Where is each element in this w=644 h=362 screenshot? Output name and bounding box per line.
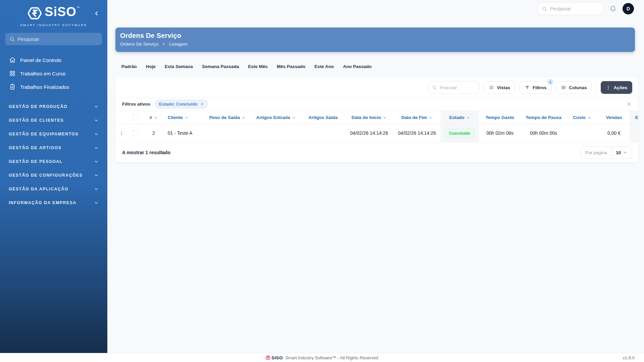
column-header-data-de-inicio[interactable]: Data de Início [345,111,393,124]
quick-filters: Padrão Hoje Esta Semana Semana Passada E… [121,64,644,69]
cell-vendas: 0,00 € [598,124,630,142]
sidebar-collapse-button[interactable] [93,9,101,17]
row-checkbox-cell [127,124,144,142]
app-footer: SISO Smart Industry Software™ - All Righ… [0,353,644,362]
sidebar-item-trabalhos-finalizados[interactable]: Trabalhos Finalizados [0,80,107,94]
user-avatar[interactable]: D [623,3,634,14]
sidebar-logo[interactable]: SiSO™ SMART INDUSTRY SOFTWARE [0,0,107,27]
search-icon [432,85,437,90]
cell-custo [566,124,598,142]
chevron-down-icon [429,116,433,120]
row-checkbox[interactable] [132,130,139,136]
breadcrumb-item[interactable]: Ordens De Serviço [120,42,158,47]
sidebar-item-painel-de-controlo[interactable]: Painel de Controlo [0,53,107,67]
section-label: GESTÃO DE CONFIGURAÇÕES [9,173,83,178]
sidebar-section-informacao-da-empresa[interactable]: INFORMAÇÃO DA EMPRESA [0,197,107,208]
chevron-down-icon [184,116,189,120]
quick-filter-este-mes[interactable]: Este Mês [248,64,268,69]
notifications-bell-icon[interactable] [609,5,616,12]
global-search-input[interactable] [550,6,599,11]
clipboard-check-icon [9,83,16,90]
column-header-custo[interactable]: Custo [566,111,598,124]
page-header-banner: Ordens De Serviço Ordens De Serviço List… [115,27,635,52]
sidebar-section-gestao-de-clientes[interactable]: GESTÃO DE CLIENTES [0,115,107,126]
column-header-tempo-de-pausa[interactable]: Tempo de Pausa [521,111,566,124]
results-summary: A mostrar 1 resultado [122,150,170,155]
cell-artigos-entrada [251,124,301,142]
column-header-entregue[interactable]: Entregue [630,111,638,124]
chevron-down-icon [94,187,99,191]
column-label: Vendas [606,115,622,120]
sidebar-section-gestao-de-configuracoes[interactable]: GESTÃO DE CONFIGURAÇÕES [0,170,107,181]
quick-filter-ano-passado[interactable]: Ano Passado [343,64,372,69]
column-header-tempo-gasto[interactable]: Tempo Gasto [479,111,521,124]
section-label: GESTÃO DE ARTIGOS [9,145,61,150]
page-title: Ordens De Serviço [120,32,629,40]
select-all-checkbox[interactable] [132,114,139,120]
column-header-estado[interactable]: Estado [440,111,479,124]
quick-filter-padrao[interactable]: Padrão [121,64,137,69]
filter-chip-estado-concluido[interactable]: Estado: Concluído [155,100,208,109]
cell-tempo-de-pausa: 00h 00m 00s [521,124,566,142]
column-label: Tempo Gasto [486,115,514,120]
quick-filter-mes-passado[interactable]: Mês Passado [277,64,306,69]
chevron-down-icon [94,132,99,136]
column-label: Entregue [635,115,638,120]
sidebar-section-gestao-de-producao[interactable]: GESTÃO DE PRODUÇÃO [0,101,107,112]
search-icon [542,6,547,12]
column-header-cliente[interactable]: Cliente [164,111,204,124]
sidebar-item-trabalhos-em-curso[interactable]: Trabalhos em Curso [0,67,107,80]
sidebar: SiSO™ SMART INDUSTRY SOFTWARE Painel de … [0,0,107,353]
avatar-initial: D [627,6,630,11]
close-icon[interactable] [200,102,204,106]
chevron-down-icon [94,118,99,123]
section-label: GESTÃO DE CLIENTES [9,118,64,123]
table-row[interactable]: 2 01 - Teste A 04/02/26 14:14:26 04/02/2… [115,124,638,142]
sidebar-section-gestao-de-equipamentos[interactable]: GESTÃO DE EQUIPAMENTOS [0,128,107,140]
vistas-button[interactable]: Vistas [484,81,515,94]
footer-copyright: Smart Industry Software™ - All Rights Re… [285,355,378,360]
footer-logo: SISO [266,355,283,360]
column-label: Cliente [168,115,183,120]
per-page-label: Por página [581,147,612,159]
breadcrumb-item[interactable]: Listagem [169,42,187,47]
global-search[interactable] [538,2,603,15]
sidebar-item-label: Trabalhos em Curso [20,71,65,76]
chevron-down-icon [154,116,158,120]
sidebar-search-input[interactable] [17,37,98,42]
section-label: INFORMAÇÃO DA EMPRESA [9,200,76,205]
filter-chip-label: Estado: Concluído [159,102,198,107]
table-search-input[interactable] [440,85,476,90]
column-label: Custo [573,115,586,120]
sidebar-section-gestao-da-aplicacao[interactable]: GESTÃO DA APLICAÇÃO [0,183,107,195]
sidebar-section-gestao-de-pessoal[interactable]: GESTÃO DE PESSOAL [0,156,107,167]
column-header-peso-de-saida[interactable]: Peso de Saída [204,111,251,124]
filtros-button[interactable]: Filtros 1 [520,81,551,94]
quick-filter-semana-passada[interactable]: Semana Passada [202,64,239,69]
quick-filter-hoje[interactable]: Hoje [146,64,156,69]
per-page-select[interactable]: Por página 10 [581,146,632,159]
cell-estado: Concluído [440,124,479,142]
siso-logo-icon [28,6,43,22]
section-label: GESTÃO DE PESSOAL [9,159,63,164]
sidebar-search[interactable] [5,33,102,45]
chevron-down-icon [292,116,296,120]
column-header-data-de-fim[interactable]: Data de Fim [393,111,440,124]
column-header-artigos-entrada[interactable]: Artigos Entrada [251,111,301,124]
logo-tagline: SMART INDUSTRY SOFTWARE [0,23,107,27]
column-header-vendas[interactable]: Vendas [598,111,630,124]
status-badge: Concluído [445,129,475,138]
colunas-button[interactable]: Colunas [556,81,592,94]
row-menu-dots-icon[interactable] [115,124,127,142]
column-header-artigos-saida[interactable]: Artigos Saída [301,111,345,124]
quick-filter-este-ano[interactable]: Este Ano [315,64,334,69]
sidebar-section-gestao-de-artigos[interactable]: GESTÃO DE ARTIGOS [0,142,107,154]
chevron-down-icon [587,116,591,120]
acoes-button[interactable]: Ações [601,81,632,94]
quick-filter-esta-semana[interactable]: Esta Semana [165,64,193,69]
clear-filters-close-icon[interactable] [627,102,632,107]
acoes-label: Ações [613,85,627,90]
column-header-numero[interactable]: # [144,111,164,124]
table-search[interactable] [428,81,479,94]
sidebar-sections: GESTÃO DE PRODUÇÃO GESTÃO DE CLIENTES GE… [0,101,107,208]
